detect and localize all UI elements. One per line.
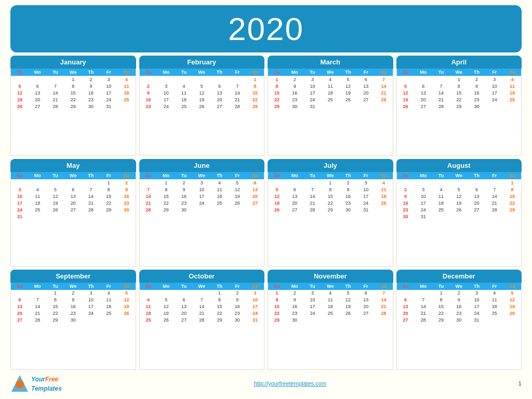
day-cell: 5 — [397, 83, 415, 89]
day-cell: 6 — [286, 186, 303, 193]
day-cell: 22 — [157, 200, 175, 206]
day-cell: 3 — [486, 76, 503, 83]
day-header-th: Th — [210, 172, 228, 179]
day-cell: 28 — [82, 206, 100, 213]
day-cell: 3 — [303, 76, 321, 83]
month-title-august: August — [396, 159, 522, 172]
day-cell — [157, 76, 175, 83]
day-cell: 18 — [175, 96, 193, 103]
day-header-su: Su — [140, 283, 157, 290]
day-cell: 7 — [193, 297, 210, 303]
days-grid: 1234567891011121314151617181920212223242… — [140, 76, 264, 110]
day-cell: 30 — [64, 317, 82, 324]
day-cell: 23 — [450, 310, 468, 317]
day-cell: 15 — [268, 89, 286, 96]
day-header-tu: Tu — [432, 69, 450, 76]
day-cell: 6 — [357, 290, 375, 297]
day-cell: 10 — [468, 297, 485, 303]
day-cell: 20 — [415, 96, 432, 103]
day-cell: 1 — [268, 290, 286, 297]
day-cell: 26 — [397, 103, 415, 110]
day-cell: 7 — [375, 290, 392, 297]
day-header-th: Th — [339, 69, 357, 76]
month-title-april: April — [396, 56, 522, 69]
day-header-we: We — [450, 69, 468, 76]
day-cell — [246, 206, 264, 213]
day-cell: 5 — [117, 290, 135, 297]
day-cell: 14 — [486, 193, 503, 200]
month-title-march: March — [268, 56, 393, 69]
day-cell — [415, 179, 432, 186]
day-cell: 12 — [229, 186, 246, 193]
day-cell: 4 — [486, 290, 503, 297]
days-grid: 1234567891011121314151617181920212223242… — [11, 290, 136, 324]
day-cell: 22 — [64, 96, 82, 103]
day-cell: 1 — [246, 76, 264, 83]
day-cell: 21 — [432, 96, 450, 103]
day-cell: 22 — [450, 96, 468, 103]
day-cell: 4 — [140, 297, 157, 303]
day-cell: 30 — [286, 317, 303, 324]
day-cell: 16 — [117, 193, 135, 200]
month-block-december: DecemberSuMoTuWeThFrSa123456789101112131… — [396, 270, 522, 370]
day-cell: 21 — [415, 310, 432, 317]
day-cell: 22 — [246, 96, 264, 103]
day-cell — [432, 213, 450, 220]
month-title-october: October — [139, 270, 265, 283]
day-cell: 12 — [339, 83, 357, 89]
day-header-sa: Sa — [375, 172, 392, 179]
day-cell — [11, 179, 29, 186]
day-header-tu: Tu — [432, 283, 450, 290]
day-cell: 25 — [29, 206, 46, 213]
day-cell: 17 — [303, 89, 321, 96]
day-cell: 20 — [210, 96, 228, 103]
day-cell: 17 — [303, 303, 321, 310]
footer-page: 1 — [518, 380, 522, 387]
day-cell: 21 — [193, 310, 210, 317]
day-cell: 8 — [268, 83, 286, 89]
day-header-tu: Tu — [175, 69, 193, 76]
day-cell: 4 — [503, 76, 521, 83]
day-cell — [157, 290, 175, 297]
day-cell: 12 — [397, 89, 415, 96]
day-cell: 10 — [11, 193, 29, 200]
day-header-fr: Fr — [486, 69, 503, 76]
day-headers: SuMoTuWeThFrSa — [268, 283, 393, 290]
day-cell: 21 — [46, 96, 64, 103]
day-cell — [397, 179, 415, 186]
day-cell: 28 — [303, 206, 321, 213]
day-cell: 8 — [450, 83, 468, 89]
day-cell: 2 — [64, 290, 82, 297]
day-cell: 27 — [246, 200, 264, 206]
footer-url[interactable]: http://yourfreetemplates.com — [254, 380, 326, 387]
day-cell: 9 — [64, 297, 82, 303]
day-cell — [82, 179, 100, 186]
day-cell: 26 — [46, 206, 64, 213]
day-cell: 23 — [117, 200, 135, 206]
day-header-fr: Fr — [357, 172, 375, 179]
day-cell — [11, 290, 29, 297]
day-cell: 27 — [357, 310, 375, 317]
day-cell: 22 — [432, 310, 450, 317]
day-cell: 15 — [100, 193, 117, 200]
day-cell: 31 — [415, 213, 432, 220]
day-cell: 14 — [229, 89, 246, 96]
day-cell: 23 — [286, 96, 303, 103]
day-cell: 3 — [82, 290, 100, 297]
day-cell: 29 — [268, 317, 286, 324]
day-cell — [29, 179, 46, 186]
day-cell: 10 — [357, 186, 375, 193]
day-cell: 31 — [357, 206, 375, 213]
day-cell: 24 — [82, 310, 100, 317]
day-header-we: We — [450, 283, 468, 290]
day-cell: 14 — [29, 303, 46, 310]
day-cell: 13 — [29, 89, 46, 96]
day-cell: 14 — [415, 303, 432, 310]
day-header-mo: Mo — [286, 283, 303, 290]
day-cell: 11 — [322, 83, 339, 89]
logo: YourFree Templates — [10, 374, 62, 393]
month-title-december: December — [396, 270, 522, 283]
day-header-th: Th — [82, 69, 100, 76]
day-cell: 28 — [486, 206, 503, 213]
day-header-su: Su — [397, 283, 415, 290]
